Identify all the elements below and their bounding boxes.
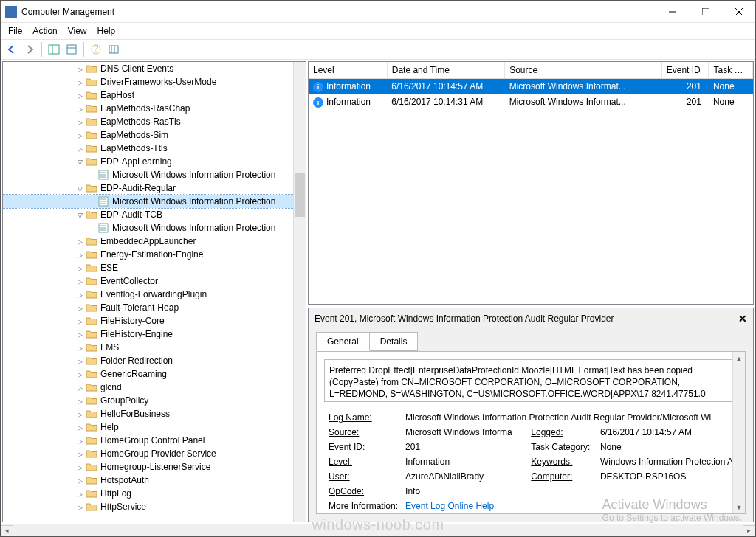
tree-node[interactable]: EapHost	[3, 89, 306, 102]
close-button[interactable]	[722, 1, 755, 22]
tree-node[interactable]: Folder Redirection	[3, 354, 306, 367]
expand-toggle[interactable]	[74, 314, 86, 328]
tree-node[interactable]: EDP-Audit-Regular	[3, 181, 306, 195]
maximize-button[interactable]	[689, 1, 722, 22]
tree-node[interactable]: EDP-AppLearning	[3, 155, 306, 168]
tree-hscrollbar[interactable]: ◂▸	[1, 524, 755, 536]
tree-node[interactable]: Energy-Estimation-Engine	[3, 248, 306, 261]
tree-node[interactable]: EDP-Audit-TCB	[3, 208, 306, 221]
tree-node[interactable]: FMS	[3, 341, 306, 354]
expand-toggle[interactable]	[74, 367, 86, 381]
folder-icon	[86, 435, 97, 446]
tree-node[interactable]: HttpLog	[3, 487, 306, 500]
expand-toggle[interactable]	[74, 460, 86, 474]
expand-toggle[interactable]	[74, 407, 86, 421]
tree-node[interactable]: GenericRoaming	[3, 367, 306, 381]
expand-toggle[interactable]	[74, 102, 86, 116]
tree-node[interactable]: HelloForBusiness	[3, 407, 306, 420]
expand-toggle[interactable]	[74, 474, 86, 488]
tree-node[interactable]: EapMethods-RasChap	[3, 102, 306, 115]
forward-button[interactable]	[21, 41, 38, 58]
folder-icon	[86, 356, 97, 366]
event-log-online-help-link[interactable]: Event Log Online Help	[405, 501, 494, 511]
menu-file[interactable]: File	[4, 24, 27, 38]
label-logged: Logged:	[528, 426, 596, 439]
event-message[interactable]: Preferred DropEffect|EnterpriseDataProte…	[324, 359, 738, 402]
expand-toggle[interactable]	[74, 500, 86, 514]
menu-help[interactable]: Help	[93, 24, 120, 38]
tree-pane[interactable]: DNS Client EventsDriverFrameworks-UserMo…	[2, 61, 306, 522]
tree-node[interactable]: FileHistory-Core	[3, 314, 306, 328]
refresh-button[interactable]	[106, 41, 122, 58]
expand-toggle[interactable]	[74, 381, 86, 395]
tree-node[interactable]: Help	[3, 420, 306, 434]
menu-view[interactable]: View	[63, 24, 92, 38]
minimize-button[interactable]	[656, 1, 689, 22]
show-hide-tree-button[interactable]	[46, 41, 62, 58]
tab-details[interactable]: Details	[369, 332, 419, 351]
expand-toggle[interactable]	[74, 487, 86, 501]
properties-button[interactable]	[63, 41, 80, 58]
tree-node[interactable]: EapMethods-Ttls	[3, 142, 306, 155]
tree-node[interactable]: GroupPolicy	[3, 394, 306, 407]
menu-action[interactable]: Action	[28, 24, 61, 38]
tree-node[interactable]: HttpService	[3, 500, 306, 513]
tree-node[interactable]: DNS Client Events	[3, 62, 306, 75]
expand-toggle[interactable]	[74, 261, 86, 275]
expand-toggle[interactable]	[74, 434, 86, 448]
tree-node[interactable]: Microsoft Windows Information Protection	[3, 221, 306, 235]
expand-toggle[interactable]	[74, 420, 86, 434]
tree-node[interactable]: Microsoft Windows Information Protection	[3, 168, 306, 181]
tree-node[interactable]: EmbeddedAppLauncher	[3, 235, 306, 248]
col-source[interactable]: Source	[505, 62, 662, 79]
tree-node[interactable]: HomeGroup Provider Service	[3, 447, 306, 460]
detail-close-button[interactable]: ✕	[738, 313, 747, 325]
col-level[interactable]: Level	[309, 62, 387, 79]
event-list[interactable]: Level Date and Time Source Event ID Task…	[308, 61, 754, 305]
col-taskcat[interactable]: Task C...	[709, 62, 753, 79]
expand-toggle[interactable]	[74, 341, 86, 355]
expand-toggle[interactable]	[74, 394, 86, 408]
tree-node[interactable]: glcnd	[3, 381, 306, 394]
expand-toggle[interactable]	[74, 208, 86, 222]
expand-toggle[interactable]	[74, 181, 86, 195]
expand-toggle[interactable]	[74, 274, 86, 288]
event-row[interactable]: iInformation6/16/2017 10:14:57 AMMicroso…	[309, 79, 753, 94]
tree-node[interactable]: EapMethods-RasTls	[3, 115, 306, 128]
expand-toggle[interactable]	[74, 142, 86, 156]
tree-node[interactable]: ESE	[3, 261, 306, 274]
tree-scrollbar[interactable]	[293, 62, 306, 522]
tree-node[interactable]: HotspotAuth	[3, 474, 306, 487]
expand-toggle[interactable]	[74, 301, 86, 315]
back-button[interactable]	[4, 41, 20, 58]
help-button[interactable]: ?	[88, 41, 104, 58]
expand-toggle[interactable]	[74, 75, 86, 89]
tree-node[interactable]: Fault-Tolerant-Heap	[3, 301, 306, 314]
expand-toggle[interactable]	[74, 155, 86, 169]
label-keywords: Keywords:	[528, 455, 596, 468]
tree-node[interactable]: Homegroup-ListenerService	[3, 460, 306, 474]
folder-icon	[86, 249, 97, 260]
tab-general[interactable]: General	[316, 332, 370, 351]
expand-toggle[interactable]	[74, 288, 86, 302]
expand-toggle[interactable]	[74, 115, 86, 129]
col-eventid[interactable]: Event ID	[662, 62, 709, 79]
expand-toggle[interactable]	[74, 62, 86, 76]
expand-toggle[interactable]	[74, 248, 86, 262]
tree-node[interactable]: EventCollector	[3, 274, 306, 288]
expand-toggle[interactable]	[74, 447, 86, 461]
event-row[interactable]: iInformation6/16/2017 10:14:31 AMMicroso…	[309, 94, 753, 110]
expand-toggle[interactable]	[74, 354, 86, 368]
tree-node[interactable]: Microsoft Windows Information Protection	[3, 195, 306, 208]
tree-node[interactable]: HomeGroup Control Panel	[3, 434, 306, 447]
expand-toggle[interactable]	[74, 128, 86, 142]
tree-node[interactable]: Eventlog-ForwardingPlugin	[3, 288, 306, 301]
expand-toggle[interactable]	[74, 89, 86, 103]
expand-toggle[interactable]	[74, 328, 86, 342]
detail-scrollbar[interactable]: ▲▼	[732, 352, 745, 513]
tree-node[interactable]: EapMethods-Sim	[3, 128, 306, 142]
tree-node[interactable]: DriverFrameworks-UserMode	[3, 75, 306, 89]
col-datetime[interactable]: Date and Time	[387, 62, 504, 79]
expand-toggle[interactable]	[74, 235, 86, 249]
tree-node[interactable]: FileHistory-Engine	[3, 328, 306, 341]
